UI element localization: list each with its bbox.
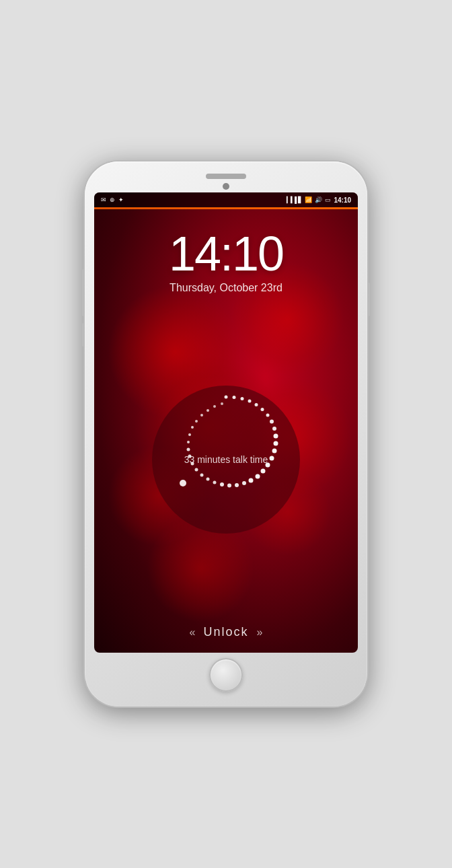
svg-point-16 xyxy=(249,478,254,483)
clock-time: 14:10 xyxy=(169,229,283,278)
svg-point-8 xyxy=(272,427,276,431)
volume-button[interactable] xyxy=(82,269,85,316)
front-camera xyxy=(223,183,229,190)
svg-point-28 xyxy=(187,441,190,443)
home-button[interactable] xyxy=(209,658,243,692)
svg-point-7 xyxy=(270,420,274,424)
email-icon: ✉ xyxy=(101,196,106,203)
battery-icon: ▭ xyxy=(325,196,331,203)
svg-point-14 xyxy=(261,469,266,474)
svg-point-23 xyxy=(200,474,204,477)
unlock-area[interactable]: « Unlock » xyxy=(94,625,358,653)
screen: ✉ ⊕ ✦ ▎▍▌▋ 📶 🔊 ▭ 14:10 14:10 Thursday, O… xyxy=(94,192,358,653)
svg-point-19 xyxy=(227,484,231,488)
svg-point-4 xyxy=(255,403,258,406)
status-bar: ✉ ⊕ ✦ ▎▍▌▋ 📶 🔊 ▭ 14:10 xyxy=(94,192,358,207)
svg-point-30 xyxy=(191,426,194,429)
accent-line xyxy=(94,207,358,209)
svg-point-9 xyxy=(274,434,278,439)
unlock-ring-container[interactable]: 33 minutes talk time xyxy=(94,294,358,625)
svg-point-32 xyxy=(200,414,203,417)
phone-frame: ✉ ⊕ ✦ ▎▍▌▋ 📶 🔊 ▭ 14:10 14:10 Thursday, O… xyxy=(85,161,367,707)
bluetooth-icon: ✦ xyxy=(118,196,124,203)
top-sensors xyxy=(223,183,229,190)
svg-point-2 xyxy=(241,397,244,400)
status-time: 14:10 xyxy=(334,196,351,204)
left-side-button[interactable] xyxy=(82,323,85,347)
unlock-chevron-left: « xyxy=(190,626,196,639)
svg-point-12 xyxy=(270,456,274,461)
ring-center-text: 33 minutes talk time xyxy=(184,454,268,465)
svg-point-35 xyxy=(221,402,223,405)
svg-point-20 xyxy=(220,482,224,486)
svg-point-6 xyxy=(266,414,270,417)
volume-icon: 🔊 xyxy=(315,196,322,203)
unlock-ring[interactable]: 33 minutes talk time xyxy=(152,386,300,534)
svg-point-31 xyxy=(195,420,198,423)
svg-point-1 xyxy=(233,396,236,399)
status-icons-left: ✉ ⊕ ✦ xyxy=(101,196,124,203)
svg-point-3 xyxy=(248,400,252,403)
svg-point-34 xyxy=(213,405,216,408)
svg-point-18 xyxy=(235,483,239,487)
svg-point-33 xyxy=(206,409,209,412)
svg-point-36 xyxy=(180,480,186,486)
wifi-icon: 📶 xyxy=(305,196,312,203)
svg-point-5 xyxy=(261,408,264,411)
svg-point-29 xyxy=(188,433,191,436)
clock-area: 14:10 Thursday, October 23rd xyxy=(94,209,358,294)
svg-point-0 xyxy=(225,396,228,399)
svg-point-22 xyxy=(206,478,210,481)
status-icons-right: ▎▍▌▋ 📶 🔊 ▭ 14:10 xyxy=(287,196,351,204)
signal-bars-icon: ▎▍▌▋ xyxy=(287,196,302,203)
svg-point-21 xyxy=(213,481,217,484)
svg-point-15 xyxy=(256,474,260,479)
power-button[interactable] xyxy=(367,283,370,316)
svg-point-24 xyxy=(195,468,198,472)
svg-point-11 xyxy=(272,449,277,454)
svg-point-10 xyxy=(274,441,278,446)
svg-point-27 xyxy=(187,448,190,451)
clock-date: Thursday, October 23rd xyxy=(170,282,282,294)
location-icon: ⊕ xyxy=(110,196,115,203)
svg-point-17 xyxy=(242,481,246,485)
unlock-chevron-right: » xyxy=(257,626,263,639)
unlock-label[interactable]: Unlock xyxy=(203,625,248,639)
speaker xyxy=(206,174,246,179)
